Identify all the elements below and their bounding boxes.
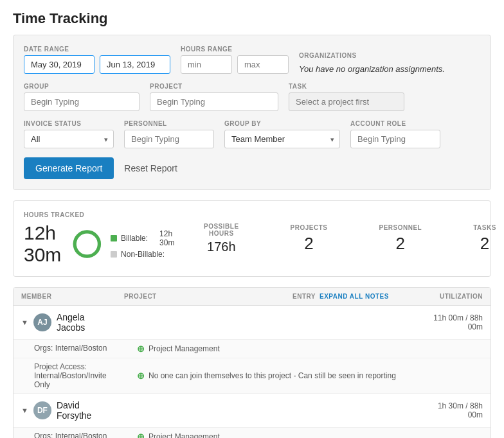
invoice-status-select[interactable]: All Invoiced Not Invoiced bbox=[24, 130, 114, 148]
personnel-input[interactable] bbox=[124, 130, 214, 148]
possible-hours-label: POSSIBLE HOURS bbox=[204, 223, 239, 237]
project-label: PROJECT bbox=[150, 83, 278, 90]
member-name-david: David Forsythe bbox=[57, 400, 109, 421]
member-cell-angela: ▼ AJ Angela Jacobs bbox=[14, 306, 116, 339]
account-role-input[interactable] bbox=[350, 130, 440, 148]
sub-cell-orgs-david: Orgs: Internal/Boston bbox=[14, 428, 116, 438]
col-utilization: UTILIZATION bbox=[413, 288, 491, 305]
date-range-group: DATE RANGE bbox=[24, 46, 170, 74]
invoice-status-label: INVOICE STATUS bbox=[24, 120, 114, 127]
personnel-stats-label: PERSONNEL bbox=[379, 224, 422, 231]
chevron-down-icon[interactable]: ▼ bbox=[21, 407, 28, 414]
expand-icon[interactable]: ⊕ bbox=[137, 344, 145, 354]
svg-point-1 bbox=[75, 232, 100, 256]
organizations-label: ORGANIZATIONS bbox=[299, 52, 445, 59]
reset-report-button[interactable]: Reset Report bbox=[124, 163, 177, 173]
group-by-select[interactable]: Team Member Project Task bbox=[224, 130, 340, 148]
donut-chart bbox=[71, 226, 103, 262]
hours-min-input[interactable] bbox=[181, 55, 232, 74]
member-cell-david: ▼ DF David Forsythe bbox=[14, 394, 116, 427]
personnel-stats-value: 2 bbox=[379, 234, 422, 254]
project-filter-group: PROJECT bbox=[150, 83, 278, 111]
possible-hours-value: 176h bbox=[204, 240, 239, 254]
tasks-value: 2 bbox=[473, 234, 496, 254]
utilization-angela: 11h 00m / 88h 00m bbox=[413, 307, 491, 338]
group-input[interactable] bbox=[24, 92, 140, 111]
personnel-label: PERSONNEL bbox=[124, 120, 214, 127]
hours-range-group: HOURS RANGE bbox=[181, 46, 289, 74]
organizations-group: ORGANIZATIONS You have no organization a… bbox=[299, 52, 445, 74]
date-from-input[interactable] bbox=[24, 55, 94, 74]
avatar-angela: AJ bbox=[33, 313, 51, 331]
stats-panel: HOURS TRACKED 12h 30m Billable: 12h 30m bbox=[13, 200, 491, 277]
chevron-down-icon[interactable]: ▼ bbox=[21, 319, 28, 326]
invoice-status-group: INVOICE STATUS All Invoiced Not Invoiced bbox=[24, 120, 114, 148]
group-label: GROUP bbox=[24, 83, 140, 90]
utilization-david: 1h 30m / 88h 00m bbox=[413, 395, 491, 426]
group-by-label: GROUP BY bbox=[224, 120, 340, 127]
projects-block: PROJECTS 2 bbox=[278, 224, 341, 254]
nonbillable-legend-item: Non-Billable: bbox=[111, 250, 179, 259]
sub-cell-access-angela: Project Access: Internal/Boston/Invite O… bbox=[14, 358, 116, 393]
filter-panel: DATE RANGE HOURS RANGE ORGANIZATIONS You… bbox=[13, 35, 491, 190]
col-entry: ENTRY EXPAND ALL NOTES bbox=[285, 288, 413, 305]
results-table: MEMBER PROJECT ENTRY EXPAND ALL NOTES UT… bbox=[13, 287, 491, 438]
sub-cell-note-angela: ⊕ No one can join themselves to this pro… bbox=[116, 358, 491, 393]
account-role-group: ACCOUNT ROLE bbox=[350, 120, 440, 148]
project-input[interactable] bbox=[150, 92, 278, 111]
sub-row: Project Access: Internal/Boston/Invite O… bbox=[14, 358, 491, 394]
col-project: PROJECT bbox=[116, 288, 285, 305]
tasks-block: TASKS 2 bbox=[460, 224, 504, 254]
hours-range-label: HOURS RANGE bbox=[181, 46, 289, 53]
hours-tracked-label: HOURS TRACKED bbox=[24, 211, 165, 218]
task-input bbox=[289, 92, 404, 111]
hours-tracked-block: HOURS TRACKED 12h 30m Billable: 12h 30m bbox=[24, 211, 165, 266]
personnel-stats-block: PERSONNEL 2 bbox=[366, 224, 435, 254]
avatar-david: DF bbox=[33, 401, 51, 419]
personnel-filter-group: PERSONNEL bbox=[124, 120, 214, 148]
account-role-label: ACCOUNT ROLE bbox=[350, 120, 440, 127]
task-label: TASK bbox=[289, 83, 404, 90]
billable-legend-item: Billable: 12h 30m bbox=[111, 229, 179, 247]
expand-icon[interactable]: ⊕ bbox=[137, 371, 145, 381]
nonbillable-label: Non-Billable: bbox=[121, 250, 165, 259]
billable-value: 12h 30m bbox=[152, 229, 179, 247]
tasks-label: TASKS bbox=[473, 224, 496, 231]
sub-cell-project-angela: ⊕ Project Management bbox=[116, 340, 491, 358]
group-filter-group: GROUP bbox=[24, 83, 140, 111]
projects-label: PROJECTS bbox=[291, 224, 328, 231]
expand-icon[interactable]: ⊕ bbox=[137, 432, 145, 438]
sub-row: Orgs: Internal/Boston ⊕ Project Manageme… bbox=[14, 428, 491, 438]
page-title: Time Tracking bbox=[13, 10, 491, 27]
generate-report-button[interactable]: Generate Report bbox=[24, 157, 114, 179]
possible-hours-block: POSSIBLE HOURS 176h bbox=[191, 223, 252, 254]
group-by-group: GROUP BY Team Member Project Task bbox=[224, 120, 340, 148]
date-to-input[interactable] bbox=[100, 55, 170, 74]
date-range-label: DATE RANGE bbox=[24, 46, 170, 53]
projects-value: 2 bbox=[291, 234, 328, 254]
sub-row: Orgs: Internal/Boston ⊕ Project Manageme… bbox=[14, 340, 491, 358]
nonbillable-dot bbox=[111, 251, 117, 258]
hours-tracked-value: 12h 30m bbox=[24, 222, 61, 266]
col-member: MEMBER bbox=[14, 288, 116, 305]
sub-cell-project-david: ⊕ Project Management bbox=[116, 428, 491, 438]
table-row: ▼ AJ Angela Jacobs 11h 00m / 88h 00m bbox=[14, 306, 491, 340]
chart-legend: Billable: 12h 30m Non-Billable: bbox=[111, 229, 179, 259]
billable-label: Billable: bbox=[121, 234, 148, 243]
member-name-angela: Angela Jacobs bbox=[57, 312, 109, 333]
organizations-text: You have no organization assignments. bbox=[299, 62, 445, 74]
expand-all-notes-link[interactable]: EXPAND ALL NOTES bbox=[320, 293, 389, 300]
sub-cell-orgs-angela: Orgs: Internal/Boston bbox=[14, 340, 116, 358]
hours-max-input[interactable] bbox=[237, 55, 289, 74]
table-row: ▼ DF David Forsythe 1h 30m / 88h 00m bbox=[14, 394, 491, 428]
table-header: MEMBER PROJECT ENTRY EXPAND ALL NOTES UT… bbox=[14, 288, 491, 306]
task-filter-group: TASK bbox=[289, 83, 404, 111]
billable-dot bbox=[111, 235, 117, 241]
